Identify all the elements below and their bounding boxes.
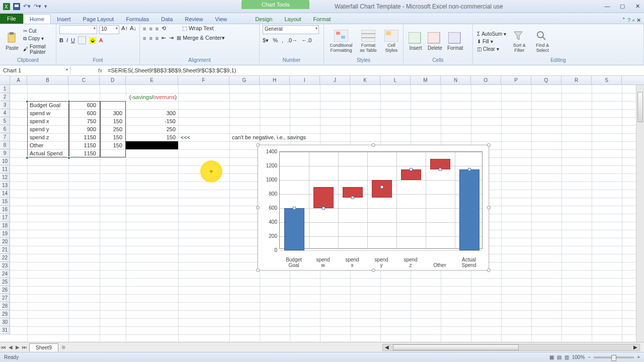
tab-format[interactable]: Format: [307, 15, 337, 24]
tab-view[interactable]: View: [209, 15, 233, 24]
copy-button[interactable]: ⧉Copy▾: [22, 35, 53, 42]
cell-B8[interactable]: Other: [28, 141, 67, 149]
maximize-icon[interactable]: ▢: [618, 3, 627, 10]
horizontal-scrollbar[interactable]: ◀ ▶: [382, 344, 640, 351]
autosum-button[interactable]: ΣAutoSum▾: [476, 31, 507, 37]
font-name-combo[interactable]: [59, 25, 97, 34]
sheet-nav-last[interactable]: ⏭: [21, 344, 28, 350]
zoom-level[interactable]: 100%: [572, 354, 585, 360]
new-sheet-icon[interactable]: ⊕: [61, 344, 65, 350]
cell-C9[interactable]: 1150: [68, 149, 98, 157]
cell-D7[interactable]: 150: [100, 133, 124, 141]
increase-font-icon[interactable]: A↑: [121, 25, 128, 34]
cut-button[interactable]: ✂Cut: [22, 28, 53, 34]
cell-E2[interactable]: (-savings/overruns): [128, 93, 178, 101]
column-headers[interactable]: ABCDEFGHIJKLMNOPQRS: [10, 76, 644, 85]
tab-insert[interactable]: Insert: [51, 15, 77, 24]
close-workbook-icon[interactable]: ✕: [636, 17, 641, 24]
align-middle-icon[interactable]: ≡: [149, 26, 152, 32]
cell-B7[interactable]: spend z: [28, 133, 67, 141]
cell-E6[interactable]: 250: [127, 125, 177, 133]
insert-cells-button[interactable]: Insert: [407, 31, 425, 52]
zoom-in-icon[interactable]: +: [637, 354, 640, 360]
qat-customize-icon[interactable]: ▾: [44, 3, 47, 10]
format-as-table-button[interactable]: Format as Table: [356, 29, 380, 54]
cell-E8-blackfill[interactable]: [126, 141, 178, 149]
cell-styles-button[interactable]: Cell Styles: [381, 29, 401, 54]
cell-B6[interactable]: spend y: [28, 125, 67, 133]
orientation-icon[interactable]: ⟲: [162, 25, 166, 32]
cell-B4[interactable]: spend w: [28, 109, 67, 117]
cell-E7[interactable]: 150: [127, 133, 177, 141]
tab-layout[interactable]: Layout: [278, 15, 307, 24]
view-normal-icon[interactable]: ▦: [549, 354, 554, 360]
cell-G7[interactable]: can't be negative, i.e., savings: [230, 133, 331, 141]
tab-data[interactable]: Data: [155, 15, 179, 24]
align-left-icon[interactable]: ≡: [143, 35, 146, 41]
align-center-icon[interactable]: ≡: [149, 35, 152, 41]
view-page-break-icon[interactable]: ▥: [565, 354, 569, 360]
increase-decimal-icon[interactable]: .0→: [287, 37, 297, 44]
worksheet-grid[interactable]: ABCDEFGHIJKLMNOPQRS 12345678910111213141…: [0, 76, 644, 342]
font-size-combo[interactable]: 10: [99, 25, 119, 34]
select-all-corner[interactable]: [0, 76, 10, 85]
underline-button[interactable]: U: [71, 37, 75, 43]
fill-color-button[interactable]: ⬙: [89, 37, 96, 44]
sort-filter-button[interactable]: Sort & Filter: [508, 29, 530, 54]
cell-E5[interactable]: -150: [127, 117, 177, 125]
decrease-decimal-icon[interactable]: ←.0: [301, 37, 311, 44]
borders-button[interactable]: [78, 36, 86, 44]
cell-C7[interactable]: 1150: [68, 133, 98, 141]
cell-B5[interactable]: spend x: [28, 117, 67, 125]
tab-home[interactable]: Home: [23, 14, 51, 24]
font-color-button[interactable]: A: [99, 37, 103, 43]
cell-C5[interactable]: 750: [68, 117, 98, 125]
number-format-combo[interactable]: General: [263, 25, 319, 34]
minimize-icon[interactable]: —: [603, 3, 612, 10]
name-box[interactable]: Chart 1: [0, 66, 70, 74]
conditional-formatting-button[interactable]: Conditional Formatting: [327, 29, 355, 54]
tab-design[interactable]: Design: [249, 15, 278, 24]
view-page-layout-icon[interactable]: ▤: [557, 354, 561, 360]
align-top-icon[interactable]: ≡: [143, 26, 146, 32]
bold-button[interactable]: B: [59, 37, 63, 43]
cell-D6[interactable]: 250: [100, 125, 124, 133]
increase-indent-icon[interactable]: ⇥: [169, 35, 174, 41]
help-icon[interactable]: ?: [627, 17, 630, 24]
clear-button[interactable]: ◫Clear▾: [476, 46, 507, 52]
decrease-font-icon[interactable]: A↓: [130, 25, 136, 34]
cell-F7[interactable]: <<<: [179, 133, 192, 141]
cell-D5[interactable]: 150: [100, 117, 124, 125]
cell-B3[interactable]: Budget Goal: [28, 101, 67, 109]
comma-icon[interactable]: ,: [282, 37, 283, 44]
chart-plot-area[interactable]: [279, 151, 482, 249]
fx-icon[interactable]: fx: [96, 67, 105, 73]
cell-C3[interactable]: 600: [68, 101, 98, 109]
cell-D4[interactable]: 300: [100, 109, 124, 117]
cell-E4[interactable]: 300: [127, 109, 177, 117]
tab-review[interactable]: Review: [179, 15, 209, 24]
italic-button[interactable]: I: [66, 37, 68, 43]
tab-file[interactable]: File: [0, 14, 23, 24]
minimize-ribbon-icon[interactable]: ˄: [622, 17, 625, 24]
merge-center-button[interactable]: ⊞ Merge & Center▾: [177, 35, 225, 41]
close-icon[interactable]: ✕: [633, 3, 642, 10]
sheet-nav-first[interactable]: ⏮: [0, 344, 7, 350]
find-select-button[interactable]: Find & Select: [531, 29, 553, 54]
redo-icon[interactable]: ↷▾: [34, 3, 41, 10]
waterfall-chart[interactable]: 0200400600800100012001400 Budget Goalspe…: [258, 145, 489, 270]
sheet-nav-next[interactable]: ▶: [14, 344, 21, 350]
row-headers[interactable]: 1234567891011121314151617181920212223242…: [0, 85, 10, 334]
wrap-text-button[interactable]: ⬚ Wrap Text: [182, 25, 213, 32]
format-cells-button[interactable]: Format: [445, 31, 465, 52]
format-painter-button[interactable]: 🖌Format Painter: [22, 43, 53, 55]
paste-button[interactable]: Paste: [3, 31, 21, 52]
align-right-icon[interactable]: ≡: [155, 35, 158, 41]
cell-B9[interactable]: Actual Spend: [28, 149, 67, 157]
formula-input[interactable]: =SERIES(,Sheet9!$B$3:$B$9,Sheet9!$C$3:$C…: [105, 66, 644, 74]
align-bottom-icon[interactable]: ≡: [155, 26, 158, 32]
cell-C4[interactable]: 600: [68, 109, 98, 117]
zoom-slider[interactable]: [594, 356, 634, 358]
decrease-indent-icon[interactable]: ⇤: [162, 35, 166, 41]
percent-icon[interactable]: %: [273, 37, 278, 44]
